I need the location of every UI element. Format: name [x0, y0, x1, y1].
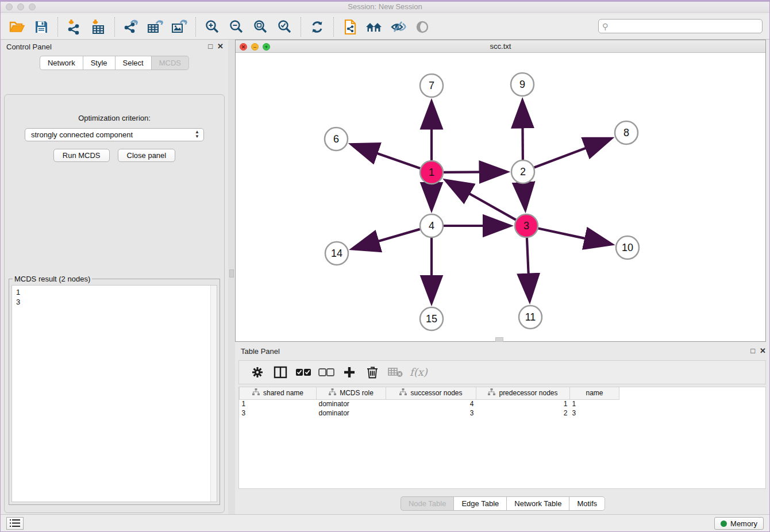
- network-view-titlebar[interactable]: ✕ – + scc.txt: [236, 40, 765, 53]
- split-columns-icon[interactable]: [270, 362, 291, 383]
- table-panel-title: Table Panel: [241, 347, 280, 356]
- horizontal-splitter-grip[interactable]: [495, 337, 503, 342]
- edge-4-14[interactable]: [354, 229, 420, 248]
- window-title: Session: New Session: [1, 2, 769, 11]
- memory-label: Memory: [730, 519, 757, 528]
- zoom-in-icon[interactable]: [200, 16, 224, 38]
- search-input[interactable]: [610, 21, 762, 32]
- graph-node-15[interactable]: 15: [420, 307, 443, 330]
- new-network-from-selection-icon[interactable]: [338, 16, 362, 38]
- select-all-columns-icon[interactable]: [293, 362, 314, 383]
- float-table-panel-icon[interactable]: □: [750, 346, 755, 355]
- search-field[interactable]: ⚲: [598, 19, 763, 33]
- first-neighbors-icon[interactable]: [362, 16, 386, 38]
- run-mcds-button[interactable]: Run MCDS: [53, 149, 110, 162]
- table-settings-icon[interactable]: [247, 362, 268, 383]
- export-network-icon[interactable]: [119, 16, 143, 38]
- column-flow-icon: [329, 388, 336, 398]
- import-table-icon[interactable]: [86, 16, 110, 38]
- cell-successor-nodes[interactable]: 4: [386, 399, 476, 408]
- graph-node-6[interactable]: 6: [325, 128, 348, 151]
- edge-2-8[interactable]: [534, 139, 610, 168]
- tab-network[interactable]: Network: [40, 56, 83, 70]
- vertical-splitter-grip[interactable]: [229, 269, 234, 277]
- vertical-splitter[interactable]: [228, 40, 235, 516]
- show-all-icon[interactable]: [410, 16, 434, 38]
- close-panel-button[interactable]: Close panel: [118, 149, 176, 162]
- cell-shared-name[interactable]: 3: [240, 408, 317, 418]
- mcds-panel-body: Optimization criterion: strongly connect…: [4, 94, 225, 513]
- edge-3-10[interactable]: [538, 228, 610, 244]
- column-header-shared-name[interactable]: shared name: [240, 387, 317, 399]
- svg-text:8: 8: [623, 127, 629, 138]
- graph-node-4[interactable]: 4: [420, 214, 443, 237]
- graph-node-9[interactable]: 9: [511, 73, 534, 96]
- task-history-button[interactable]: [6, 517, 24, 530]
- tab-motifs[interactable]: Motifs: [569, 496, 605, 511]
- cell-shared-name[interactable]: 1: [240, 399, 317, 408]
- svg-text:6: 6: [333, 133, 339, 145]
- float-panel-icon[interactable]: □: [208, 42, 213, 51]
- edge-1-2[interactable]: [444, 172, 505, 172]
- table-panel: Table Panel □ ✕ f(x) shared nameMCDS rol…: [235, 344, 770, 516]
- cell-MCDS-role[interactable]: dominator: [317, 408, 386, 418]
- column-header-name[interactable]: name: [570, 387, 619, 399]
- save-session-icon[interactable]: [29, 16, 53, 38]
- tab-mcds[interactable]: MCDS: [151, 56, 189, 70]
- hide-selected-icon[interactable]: [386, 16, 410, 38]
- mcds-result-list[interactable]: 13: [11, 285, 217, 502]
- network-canvas[interactable]: 7968124314101511: [236, 53, 765, 341]
- graph-node-1[interactable]: 1: [420, 161, 443, 184]
- memory-button[interactable]: Memory: [714, 517, 764, 530]
- tab-network-table[interactable]: Network Table: [506, 496, 569, 511]
- delete-table-icon: [385, 362, 406, 383]
- zoom-fit-icon[interactable]: [248, 16, 272, 38]
- graph-node-3[interactable]: 3: [515, 214, 538, 237]
- open-file-icon[interactable]: [5, 16, 29, 38]
- edge-2-9[interactable]: [522, 102, 523, 160]
- cell-name[interactable]: 3: [570, 408, 619, 418]
- edge-1-6[interactable]: [353, 145, 420, 168]
- node-table[interactable]: shared nameMCDS rolesuccessor nodesprede…: [239, 387, 619, 418]
- cell-successor-nodes[interactable]: 3: [386, 408, 476, 418]
- tab-style[interactable]: Style: [83, 56, 115, 70]
- close-panel-icon[interactable]: ✕: [217, 42, 224, 51]
- add-column-icon[interactable]: [339, 362, 360, 383]
- graph-node-11[interactable]: 11: [519, 306, 542, 329]
- column-header-successor-nodes[interactable]: successor nodes: [386, 387, 476, 399]
- refresh-layout-icon[interactable]: [305, 16, 329, 38]
- tab-select[interactable]: Select: [115, 56, 151, 70]
- zoom-out-icon[interactable]: [224, 16, 248, 38]
- node-table-container[interactable]: shared nameMCDS rolesuccessor nodesprede…: [238, 387, 766, 489]
- criterion-select[interactable]: strongly connected component ▲▼: [25, 128, 204, 141]
- tab-node-table[interactable]: Node Table: [401, 496, 454, 511]
- network-graph[interactable]: 7968124314101511: [236, 53, 765, 341]
- result-scrollbar[interactable]: [210, 286, 217, 502]
- column-label: MCDS role: [340, 389, 374, 397]
- graph-node-2[interactable]: 2: [511, 160, 534, 183]
- close-table-panel-icon[interactable]: ✕: [760, 346, 766, 355]
- graph-node-7[interactable]: 7: [420, 74, 443, 97]
- delete-column-icon[interactable]: [362, 362, 383, 383]
- cell-MCDS-role[interactable]: dominator: [317, 399, 386, 408]
- graph-node-10[interactable]: 10: [616, 236, 639, 259]
- deselect-all-columns-icon[interactable]: [316, 362, 337, 383]
- cell-predecessor-nodes[interactable]: 2: [476, 408, 570, 418]
- zoom-selected-icon[interactable]: [272, 16, 297, 38]
- graph-node-14[interactable]: 14: [325, 242, 348, 265]
- cell-name[interactable]: 1: [570, 399, 619, 408]
- export-table-icon[interactable]: [143, 16, 167, 38]
- cell-predecessor-nodes[interactable]: 1: [476, 399, 570, 408]
- tab-edge-table[interactable]: Edge Table: [453, 496, 506, 511]
- import-network-icon[interactable]: [62, 16, 86, 38]
- edge-3-1[interactable]: [447, 181, 516, 219]
- table-row[interactable]: 1dominator411: [240, 399, 619, 408]
- table-row[interactable]: 3dominator323: [240, 408, 619, 418]
- window-titlebar: Session: New Session: [1, 2, 769, 13]
- column-header-predecessor-nodes[interactable]: predecessor nodes: [476, 387, 570, 399]
- edge-2-3[interactable]: [523, 184, 525, 208]
- graph-node-8[interactable]: 8: [615, 121, 638, 144]
- export-image-icon[interactable]: [167, 16, 191, 38]
- column-header-MCDS-role[interactable]: MCDS role: [317, 387, 386, 399]
- edge-3-11[interactable]: [527, 238, 530, 299]
